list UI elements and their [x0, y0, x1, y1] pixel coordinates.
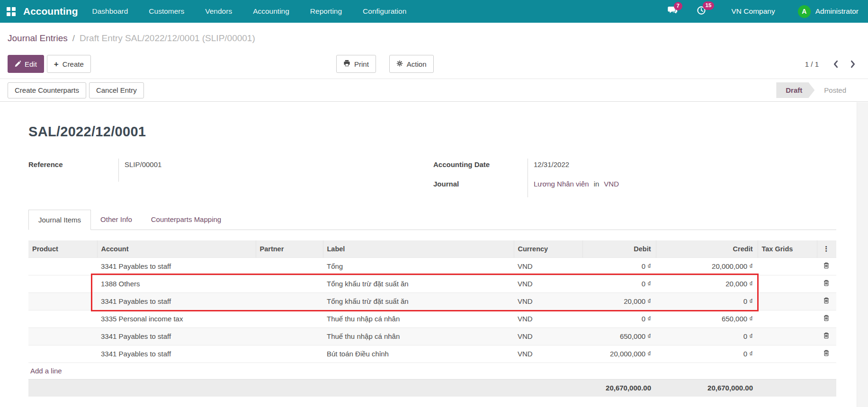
menu-item-accounting[interactable]: Accounting [253, 7, 289, 16]
debit-cell: 0 ₫ [582, 257, 656, 275]
currency-cell: VND [514, 292, 582, 310]
column-header-product[interactable]: Product [28, 240, 97, 257]
product-cell [28, 275, 97, 292]
currency-cell: VND [514, 275, 582, 292]
user-menu[interactable]: A Administrator [798, 5, 859, 18]
credit-cell: 0 ₫ [656, 327, 758, 345]
create-button[interactable]: + Create [47, 55, 91, 73]
reference-label: Reference [28, 159, 118, 182]
trash-icon[interactable] [822, 279, 831, 289]
partner-cell [256, 345, 323, 363]
column-header-currency[interactable]: Currency [514, 240, 582, 257]
trash-icon[interactable] [822, 331, 831, 341]
journal-item-row[interactable]: 3341 Payables to staffBút toán Điều chỉn… [28, 345, 836, 363]
currency-cell: VND [514, 345, 582, 363]
trash-icon[interactable] [822, 261, 831, 271]
trash-icon[interactable] [822, 296, 831, 306]
journal-items-table: ProductAccountPartnerLabelCurrencyDebitC… [28, 240, 836, 397]
debit-cell: 20,000 ₫ [582, 292, 656, 310]
breadcrumb-parent[interactable]: Journal Entries [8, 33, 68, 44]
activities-badge: 15 [703, 1, 715, 10]
menu-item-configuration[interactable]: Configuration [363, 7, 406, 16]
totals-row: 20,670,000.0020,670,000.00 [28, 379, 836, 397]
optional-columns-toggle-icon[interactable]: ⋮ [817, 240, 836, 257]
vertical-scrollbar[interactable] [857, 102, 868, 407]
account-cell: 3335 Personal income tax [97, 310, 256, 327]
print-button[interactable]: Print [336, 55, 376, 73]
label-cell: Tổng khấu trừ đặt suất ăn [323, 275, 514, 292]
delete-row-cell [817, 275, 836, 292]
trash-icon[interactable] [822, 314, 831, 324]
cancel-entry-button[interactable]: Cancel Entry [89, 82, 144, 98]
delete-row-cell [817, 292, 836, 310]
journal-currency-link[interactable]: VND [604, 180, 619, 188]
journal-item-row[interactable]: 3335 Personal income taxThuế thu nhập cá… [28, 310, 836, 327]
tab-other-info[interactable]: Other Info [91, 210, 142, 230]
apps-menu-icon[interactable] [7, 7, 16, 16]
gear-icon [396, 60, 403, 68]
delete-row-cell [817, 257, 836, 275]
journal-item-row[interactable]: 3341 Payables to staffThuế thu nhập cá n… [28, 327, 836, 345]
journal-item-row[interactable]: 1388 OthersTổng khấu trừ đặt suất ănVND0… [28, 275, 836, 292]
edit-button[interactable]: Edit [8, 55, 44, 73]
account-cell: 3341 Payables to staff [97, 345, 256, 363]
product-cell [28, 292, 97, 310]
main-menu: DashboardCustomersVendorsAccountingRepor… [92, 7, 407, 16]
credit-cell: 20,000 ₫ [656, 275, 758, 292]
pager-previous-button[interactable] [833, 60, 838, 68]
menu-item-reporting[interactable]: Reporting [310, 7, 342, 16]
column-header-debit[interactable]: Debit [582, 240, 656, 257]
menu-item-vendors[interactable]: Vendors [205, 7, 232, 16]
breadcrumb-separator: / [72, 33, 75, 44]
column-header-credit[interactable]: Credit [656, 240, 758, 257]
column-header-partner[interactable]: Partner [256, 240, 323, 257]
product-cell [28, 345, 97, 363]
debit-cell: 0 ₫ [582, 275, 656, 292]
notebook-tabs: Journal ItemsOther InfoCounterparts Mapp… [28, 210, 836, 230]
tax-grids-cell [758, 275, 817, 292]
column-header-label[interactable]: Label [323, 240, 514, 257]
pager-next-button[interactable] [850, 60, 856, 68]
accounting-date-value: 12/31/2022 [528, 159, 726, 178]
status-state-draft[interactable]: Draft [776, 82, 814, 98]
product-cell [28, 310, 97, 327]
messages-badge: 7 [674, 2, 682, 10]
breadcrumb: Journal Entries / Draft Entry SAL/2022/1… [0, 23, 868, 49]
account-cell: 3341 Payables to staff [97, 292, 256, 310]
account-cell: 3341 Payables to staff [97, 327, 256, 345]
account-cell: 3341 Payables to staff [97, 257, 256, 275]
menu-item-customers[interactable]: Customers [149, 7, 184, 16]
navbar-right: 7 15 VN Company A Administrator [668, 5, 862, 18]
column-header-tax-grids[interactable]: Tax Grids [758, 240, 817, 257]
action-button[interactable]: Action [389, 55, 434, 73]
credit-cell: 650,000 ₫ [656, 310, 758, 327]
trash-icon[interactable] [822, 349, 831, 359]
journal-item-row[interactable]: 3341 Payables to staffTổngVND0 ₫20,000,0… [28, 257, 836, 275]
create-counterparts-button[interactable]: Create Counterparts [8, 82, 86, 98]
company-switcher[interactable]: VN Company [732, 7, 775, 16]
menu-item-dashboard[interactable]: Dashboard [92, 7, 128, 16]
partner-cell [256, 310, 323, 327]
app-name[interactable]: Accounting [23, 6, 78, 17]
label-cell: Tổng [323, 257, 514, 275]
tab-journal-items[interactable]: Journal Items [28, 210, 91, 230]
accounting-date-label: Accounting Date [433, 159, 528, 178]
add-a-line-link[interactable]: Add a line [30, 367, 62, 375]
journal-link[interactable]: Lương Nhân viên [534, 180, 589, 188]
column-header-account[interactable]: Account [97, 240, 256, 257]
product-cell [28, 327, 97, 345]
status-state-posted[interactable]: Posted [814, 82, 856, 98]
label-cell: Thuế thu nhập cá nhân [323, 327, 514, 345]
debit-cell: 650,000 ₫ [582, 327, 656, 345]
credit-cell: 0 ₫ [656, 292, 758, 310]
total-credit: 20,670,000.00 [656, 379, 758, 397]
tab-counterparts-mapping[interactable]: Counterparts Mapping [142, 210, 231, 230]
table-header-row: ProductAccountPartnerLabelCurrencyDebitC… [28, 240, 836, 257]
journal-items-table-wrap: ProductAccountPartnerLabelCurrencyDebitC… [28, 240, 836, 397]
journal-item-row[interactable]: 3341 Payables to staffTổng khấu trừ đặt … [28, 292, 836, 310]
currency-cell: VND [514, 327, 582, 345]
activities-button[interactable]: 15 [697, 6, 706, 17]
breadcrumb-current: Draft Entry SAL/2022/12/0001 (SLIP/00001… [80, 33, 255, 44]
messages-button[interactable]: 7 [668, 6, 678, 17]
currency-cell: VND [514, 257, 582, 275]
